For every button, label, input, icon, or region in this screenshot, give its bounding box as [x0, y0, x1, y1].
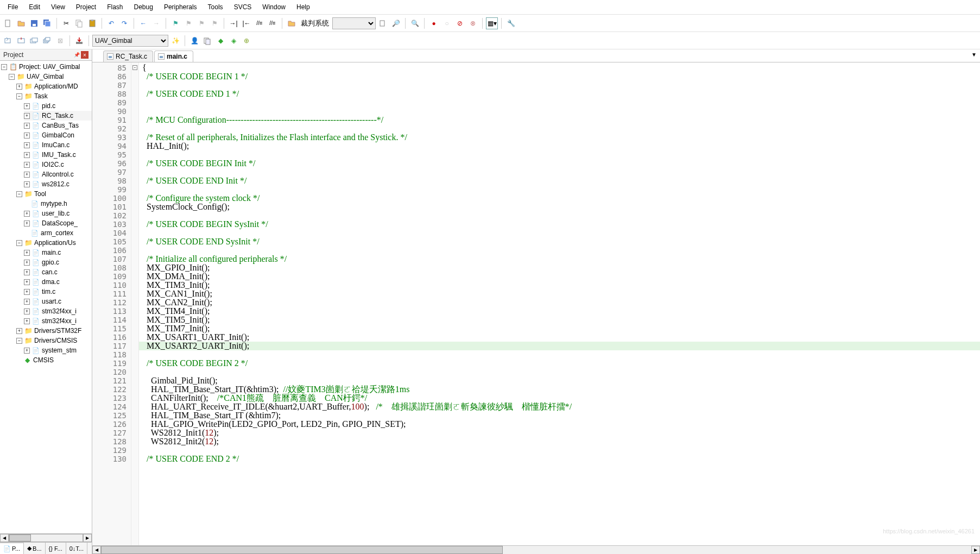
tab-books[interactable]: ◆B... — [24, 543, 46, 554]
bookmark-clear-button[interactable]: ⚑ — [208, 17, 220, 29]
panel-close-button[interactable]: × — [81, 51, 88, 59]
scroll-right-icon[interactable]: ▶ — [971, 546, 980, 554]
bookmark-prev-button[interactable]: ⚑ — [182, 17, 194, 29]
menu-svcs[interactable]: SVCS — [229, 1, 257, 13]
uncomment-button[interactable]: //≡ — [267, 17, 279, 29]
fold-column[interactable]: - — [131, 62, 139, 545]
new-file-button[interactable] — [2, 17, 14, 29]
save-button[interactable] — [28, 17, 40, 29]
copy-button[interactable] — [73, 17, 85, 29]
tab-functions[interactable]: {} F... — [46, 543, 66, 554]
menu-file[interactable]: File — [2, 1, 23, 13]
window-layout-button[interactable]: ▦▾ — [486, 17, 498, 29]
menu-tools[interactable]: Tools — [203, 1, 229, 13]
tree-file[interactable]: +📄tim.c — [24, 287, 92, 297]
tree-file[interactable]: +📄pid.c — [24, 101, 92, 111]
tree-group[interactable]: −📁Tool — [16, 189, 92, 199]
tree-file[interactable]: +📄DataScope_ — [24, 218, 92, 228]
undo-button[interactable]: ↶ — [105, 17, 117, 29]
search-dropdown[interactable] — [332, 17, 376, 29]
scroll-track[interactable] — [9, 534, 83, 542]
tree-file[interactable]: +📄GimbalCon — [24, 130, 92, 140]
menu-window[interactable]: Window — [257, 1, 291, 13]
tree-file[interactable]: +📄system_stm — [24, 345, 92, 355]
scroll-thumb[interactable] — [101, 546, 503, 554]
pack-installer-button[interactable]: ◆ — [214, 35, 226, 47]
tree-file[interactable]: +📄can.c — [24, 267, 92, 277]
target-options-button[interactable]: ✨ — [169, 35, 181, 47]
tree-file[interactable]: +📄Allcontrol.c — [24, 169, 92, 179]
tree-file[interactable]: +📄ws2812.c — [24, 179, 92, 189]
tab-main[interactable]: main.c — [154, 51, 193, 62]
breakpoint-insert-button[interactable]: ● — [428, 17, 440, 29]
scroll-track[interactable] — [101, 546, 971, 554]
code-content[interactable]: { /* USER CODE BEGIN 1 */ /* USER CODE E… — [139, 62, 980, 545]
tree-file[interactable]: +📄CanBus_Tas — [24, 121, 92, 130]
tree-file[interactable]: +📄ImuCan.c — [24, 140, 92, 150]
tree-root[interactable]: −📋Project: UAV_Gimbal — [1, 62, 92, 72]
save-all-button[interactable] — [41, 17, 53, 29]
tree-target[interactable]: −📁UAV_Gimbal — [9, 72, 92, 81]
tree-file[interactable]: +📄user_lib.c — [24, 209, 92, 218]
tree-file[interactable]: +📄gpio.c — [24, 257, 92, 267]
project-tree[interactable]: −📋Project: UAV_Gimbal−📁UAV_Gimbal+📁Appli… — [0, 61, 92, 533]
tree-file[interactable]: +📄RC_Task.c — [24, 111, 92, 121]
incremental-find-button[interactable]: 🔎 — [390, 17, 402, 29]
find-in-files-button[interactable] — [286, 17, 298, 29]
tree-hscroll[interactable]: ◀ ▶ — [0, 533, 92, 542]
bookmark-button[interactable]: ⚑ — [169, 17, 181, 29]
menu-view[interactable]: View — [46, 1, 71, 13]
cut-button[interactable]: ✂ — [60, 17, 72, 29]
find-button[interactable] — [377, 17, 389, 29]
outdent-button[interactable]: |← — [241, 17, 252, 29]
tree-file[interactable]: +📄usart.c — [24, 297, 92, 306]
pack-refresh-button[interactable]: ◈ — [227, 35, 239, 47]
open-file-button[interactable] — [15, 17, 27, 29]
tree-group[interactable]: −📁Task — [16, 91, 92, 101]
scroll-thumb[interactable] — [9, 534, 31, 542]
manage-rte-button[interactable]: ⊕ — [241, 35, 252, 47]
breakpoint-kill-button[interactable]: ⊗ — [467, 17, 479, 29]
select-packs-button[interactable] — [201, 35, 213, 47]
scroll-left-icon[interactable]: ◀ — [0, 534, 9, 542]
tree-file[interactable]: +📄main.c — [24, 248, 92, 257]
menu-edit[interactable]: Edit — [23, 1, 46, 13]
translate-button[interactable] — [2, 35, 14, 47]
breakpoint-enable-button[interactable]: ○ — [441, 17, 453, 29]
code-editor[interactable]: 8586878889909192939495969798991001011021… — [92, 62, 980, 545]
breakpoint-disable-button[interactable]: ⊘ — [454, 17, 466, 29]
tree-cmsis[interactable]: ◆CMSIS — [16, 355, 92, 365]
nav-forward-button[interactable]: → — [150, 17, 162, 29]
paste-button[interactable] — [86, 17, 98, 29]
menu-help[interactable]: Help — [291, 1, 315, 13]
download-button[interactable] — [73, 35, 85, 47]
tab-rc-task[interactable]: RC_Task.c — [103, 51, 153, 62]
tree-group[interactable]: +📁Application/MD — [16, 81, 92, 91]
tab-templates[interactable]: 0↓T... — [66, 543, 87, 554]
indent-button[interactable]: →| — [227, 17, 239, 29]
comment-button[interactable]: //≡ — [254, 17, 265, 29]
nav-back-button[interactable]: ← — [137, 17, 149, 29]
tree-file[interactable]: +📄stm32f4xx_i — [24, 316, 92, 326]
target-select[interactable]: UAV_Gimbal — [92, 35, 168, 47]
scroll-right-icon[interactable]: ▶ — [83, 534, 92, 542]
menu-flash[interactable]: Flash — [102, 1, 128, 13]
tree-file[interactable]: +📄IMU_Task.c — [24, 150, 92, 160]
tree-file[interactable]: +📄stm32f4xx_i — [24, 306, 92, 316]
debug-button[interactable]: 🔍 — [409, 17, 421, 29]
tree-group[interactable]: −📁Application/Us — [16, 238, 92, 248]
manage-components-button[interactable]: 👤 — [188, 35, 200, 47]
stop-build-button[interactable]: ⊠ — [54, 35, 66, 47]
tree-file[interactable]: 📄mytype.h — [24, 199, 92, 209]
redo-button[interactable]: ↷ — [118, 17, 130, 29]
configure-button[interactable]: 🔧 — [505, 17, 517, 29]
tree-group[interactable]: +📁Drivers/STM32F — [16, 326, 92, 336]
menu-project[interactable]: Project — [71, 1, 102, 13]
scroll-left-icon[interactable]: ◀ — [92, 546, 101, 554]
tabs-dropdown-icon[interactable]: ▼ — [971, 52, 977, 58]
search-field[interactable]: 裁判系统 — [299, 18, 331, 28]
build-button[interactable] — [15, 35, 27, 47]
rebuild-button[interactable] — [28, 35, 40, 47]
menu-debug[interactable]: Debug — [129, 1, 159, 13]
tab-project[interactable]: 📄P... — [0, 543, 24, 554]
